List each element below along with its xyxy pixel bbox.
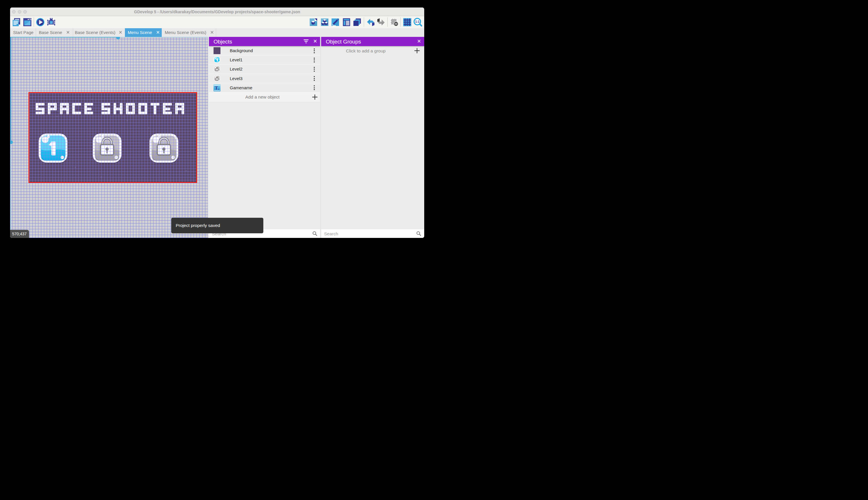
svg-text:1:1: 1:1 <box>415 20 419 23</box>
svg-text:x: x <box>218 88 219 90</box>
